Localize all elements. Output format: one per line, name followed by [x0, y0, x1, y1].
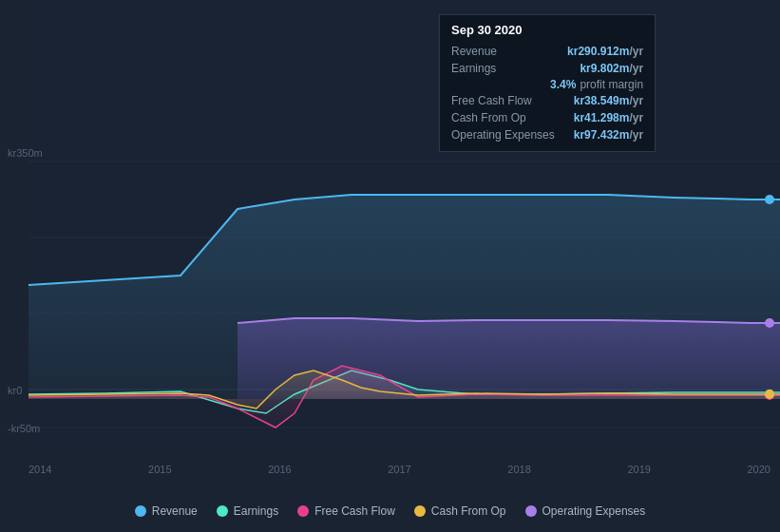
x-label-2014: 2014: [29, 464, 51, 475]
legend-opex-dot: [525, 505, 537, 517]
svg-point-7: [765, 318, 774, 328]
y-label-0: kr0: [8, 385, 22, 396]
tooltip-profit-margin-row: 3.4% profit margin: [451, 77, 643, 92]
tooltip-revenue-value: kr290.912m/yr: [567, 45, 643, 58]
tooltip-fcf-label: Free Cash Flow: [451, 94, 546, 107]
tooltip-fcf-row: Free Cash Flow kr38.549m/yr: [451, 92, 643, 109]
tooltip-fcf-value: kr38.549m/yr: [574, 94, 643, 107]
legend-cashfromop[interactable]: Cash From Op: [414, 504, 506, 518]
tooltip-opex-label: Operating Expenses: [451, 128, 555, 142]
chart-container: kr350m kr0 -kr50m 2014 2015 2016 2017 20…: [0, 0, 780, 532]
legend-cashfromop-label: Cash From Op: [431, 504, 506, 518]
tooltip-earnings-label: Earnings: [451, 62, 546, 75]
tooltip-profit-margin-value: 3.4%: [550, 78, 576, 91]
legend-earnings-label: Earnings: [234, 504, 278, 518]
x-label-2017: 2017: [388, 464, 410, 475]
x-label-2018: 2018: [507, 464, 530, 475]
tooltip-opex-row: Operating Expenses kr97.432m/yr: [451, 126, 643, 143]
legend-fcf-dot: [297, 505, 309, 517]
legend-revenue-dot: [135, 505, 146, 517]
legend-cashfromop-dot: [414, 505, 426, 517]
tooltip-earnings-row: Earnings kr9.802m/yr: [451, 60, 643, 77]
x-label-2020: 2020: [747, 464, 770, 475]
tooltip-cashfromop-row: Cash From Op kr41.298m/yr: [451, 109, 643, 126]
tooltip-revenue-label: Revenue: [451, 45, 546, 58]
tooltip-cashfromop-label: Cash From Op: [451, 111, 546, 124]
legend-opex[interactable]: Operating Expenses: [525, 504, 646, 518]
legend-earnings-dot: [217, 505, 228, 517]
chart-legend: Revenue Earnings Free Cash Flow Cash Fro…: [0, 504, 780, 518]
x-axis-labels: 2014 2015 2016 2017 2018 2019 2020: [29, 464, 770, 475]
legend-opex-label: Operating Expenses: [542, 504, 646, 518]
legend-revenue[interactable]: Revenue: [135, 504, 198, 518]
tooltip-revenue-row: Revenue kr290.912m/yr: [451, 43, 643, 60]
svg-point-10: [765, 390, 774, 399]
tooltip-earnings-value: kr9.802m/yr: [580, 62, 643, 75]
tooltip-profit-margin-label: profit margin: [580, 78, 643, 91]
x-label-2019: 2019: [627, 464, 650, 475]
legend-revenue-label: Revenue: [152, 504, 198, 518]
legend-earnings[interactable]: Earnings: [217, 504, 278, 518]
tooltip-cashfromop-value: kr41.298m/yr: [574, 111, 643, 124]
y-label-neg50: -kr50m: [8, 423, 40, 434]
svg-point-6: [765, 195, 774, 204]
chart-svg: [0, 0, 780, 484]
legend-fcf[interactable]: Free Cash Flow: [297, 504, 395, 518]
legend-fcf-label: Free Cash Flow: [314, 504, 395, 518]
tooltip-opex-value: kr97.432m/yr: [574, 128, 643, 142]
data-tooltip: Sep 30 2020 Revenue kr290.912m/yr Earnin…: [439, 14, 656, 152]
x-label-2015: 2015: [148, 464, 171, 475]
x-label-2016: 2016: [268, 464, 291, 475]
y-label-350: kr350m: [8, 147, 43, 159]
tooltip-title: Sep 30 2020: [451, 23, 643, 37]
